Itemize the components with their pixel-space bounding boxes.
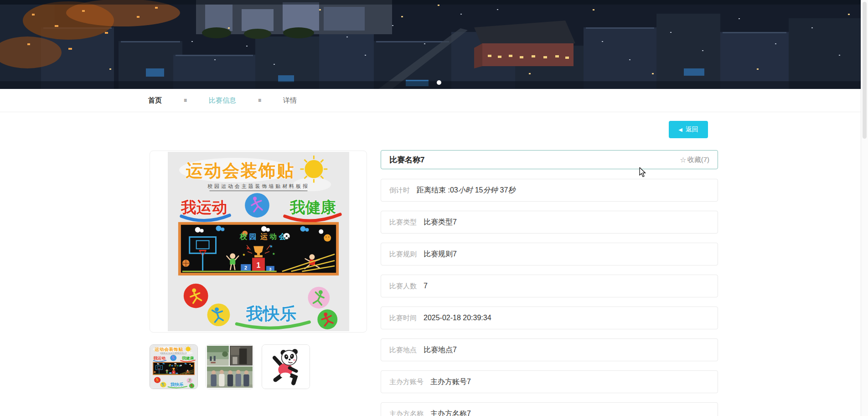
- page-scrollbar[interactable]: [861, 0, 868, 416]
- nav-item-detail[interactable]: 详情: [283, 96, 297, 105]
- favorite-count: 收藏(7): [687, 156, 709, 164]
- competition-rules-row: 比赛规则 比赛规则7: [381, 243, 718, 265]
- nav-separator-icon: ≡: [258, 97, 261, 104]
- carousel-dot[interactable]: [437, 80, 441, 85]
- countdown-label: 倒计时: [389, 186, 410, 195]
- competition-type-row: 比赛类型 比赛类型7: [381, 211, 718, 234]
- back-button[interactable]: ◀ 返回: [669, 121, 708, 138]
- main-image-frame[interactable]: [150, 151, 367, 333]
- thumbnail-photo-collage[interactable]: [206, 344, 254, 389]
- nav-item-competition-info[interactable]: 比赛信息: [209, 96, 236, 105]
- countdown-row: 倒计时 距离结束 :03小时15分钟37秒: [381, 179, 718, 202]
- competition-title: 比赛名称7: [389, 155, 680, 165]
- competition-time-row: 比赛时间 2025-02-18 20:39:34: [381, 307, 718, 329]
- organizer-account-row: 主办方账号 主办方账号7: [381, 370, 718, 393]
- nav-item-home[interactable]: 首页: [148, 96, 162, 105]
- competition-participants-row: 比赛人数 7: [381, 275, 718, 297]
- back-button-label: 返回: [686, 125, 698, 134]
- competition-location-row: 比赛地点 比赛地点7: [381, 338, 718, 361]
- thumbnail-panda-mascot[interactable]: [262, 344, 310, 389]
- scrollbar-thumb[interactable]: [863, 2, 867, 139]
- main-competition-image[interactable]: [168, 152, 349, 331]
- countdown-value: 距离结束 :03小时15分钟37秒: [417, 186, 515, 195]
- hero-banner-image: [0, 0, 861, 89]
- thumbnail-strip: [150, 344, 310, 389]
- breadcrumb-navbar: 首页 ≡ 比赛信息 ≡ 详情: [0, 89, 861, 112]
- nav-separator-icon: ≡: [184, 97, 187, 104]
- competition-title-card: 比赛名称7 ☆ 收藏(7): [381, 150, 718, 169]
- organizer-name-row: 主办方名称 主办方名称7: [381, 402, 718, 416]
- thumbnail-poster[interactable]: [150, 344, 198, 389]
- favorite-button[interactable]: ☆ 收藏(7): [680, 156, 709, 164]
- detail-rows: 倒计时 距离结束 :03小时15分钟37秒 比赛类型 比赛类型7 比赛规则 比赛…: [381, 179, 718, 416]
- back-arrow-icon: ◀: [678, 127, 682, 132]
- star-icon: ☆: [680, 156, 686, 164]
